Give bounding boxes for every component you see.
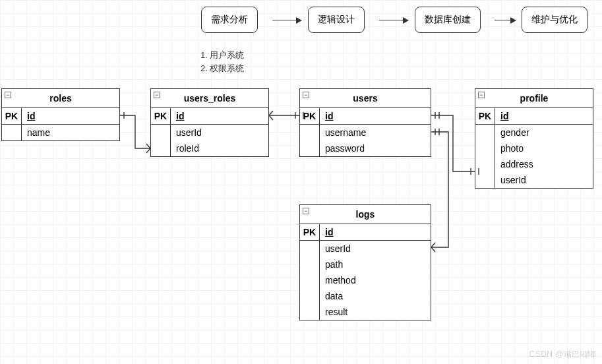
entity-roles: −roles PKid name bbox=[1, 88, 120, 141]
collapse-icon: − bbox=[303, 92, 309, 98]
pk-col: id bbox=[320, 224, 431, 241]
flow-arrow-3 bbox=[495, 20, 516, 20]
flow-label: 维护与优化 bbox=[531, 14, 578, 24]
entity-title-text: roles bbox=[49, 93, 71, 104]
pk-col: id bbox=[171, 108, 268, 125]
entity-title-text: profile bbox=[520, 93, 549, 104]
flow-node-db-create: 数据库创建 bbox=[415, 7, 481, 33]
col: userId bbox=[171, 125, 268, 140]
pk-col: id bbox=[495, 108, 593, 125]
notes-list: 1. 用户系统 2. 权限系统 bbox=[200, 49, 244, 75]
collapse-icon: − bbox=[5, 92, 11, 98]
col: result bbox=[320, 304, 431, 320]
entity-title-text: users bbox=[353, 93, 377, 104]
entity-title-text: users_roles bbox=[184, 93, 236, 104]
col: name bbox=[22, 125, 119, 140]
pk-col: id bbox=[22, 108, 119, 125]
pk-col: id bbox=[320, 108, 431, 125]
pk-label: PK bbox=[151, 108, 171, 125]
flow-label: 需求分析 bbox=[211, 14, 248, 24]
note-item: 1. 用户系统 bbox=[200, 49, 244, 62]
collapse-icon: − bbox=[478, 92, 485, 98]
collapse-icon: − bbox=[154, 92, 160, 98]
col: address bbox=[495, 156, 593, 172]
entity-users-roles: −users_roles PKid userId roleId bbox=[150, 88, 269, 157]
flow-label: 数据库创建 bbox=[425, 14, 471, 24]
flow-arrow-2 bbox=[379, 20, 408, 20]
flow-label: 逻辑设计 bbox=[318, 14, 355, 24]
entity-title-text: logs bbox=[356, 209, 375, 220]
col: username bbox=[320, 125, 431, 140]
pk-label: PK bbox=[475, 108, 495, 125]
col: userId bbox=[320, 241, 431, 257]
col: password bbox=[320, 140, 431, 156]
flow-node-requirements: 需求分析 bbox=[201, 7, 258, 33]
pk-label: PK bbox=[300, 224, 320, 241]
col: gender bbox=[495, 125, 593, 140]
entity-users: −users PKid username password bbox=[299, 88, 431, 157]
entity-logs: −logs PKid userId path method data resul… bbox=[299, 204, 431, 320]
col: data bbox=[320, 288, 431, 304]
note-item: 2. 权限系统 bbox=[200, 62, 244, 75]
watermark: CSDN @嘴巴嘟嘟 bbox=[529, 349, 597, 360]
col: photo bbox=[495, 140, 593, 156]
flow-node-maintenance: 维护与优化 bbox=[522, 7, 587, 33]
pk-label: PK bbox=[2, 108, 22, 125]
col: method bbox=[320, 272, 431, 288]
col: roleId bbox=[171, 140, 268, 156]
col: userId bbox=[495, 172, 593, 188]
flow-node-logical-design: 逻辑设计 bbox=[308, 7, 365, 33]
col: path bbox=[320, 257, 431, 272]
flow-arrow-1 bbox=[272, 20, 301, 20]
entity-profile: −profile PKid gender photo address userI… bbox=[475, 88, 593, 189]
pk-label: PK bbox=[300, 108, 320, 125]
collapse-icon: − bbox=[303, 208, 309, 214]
